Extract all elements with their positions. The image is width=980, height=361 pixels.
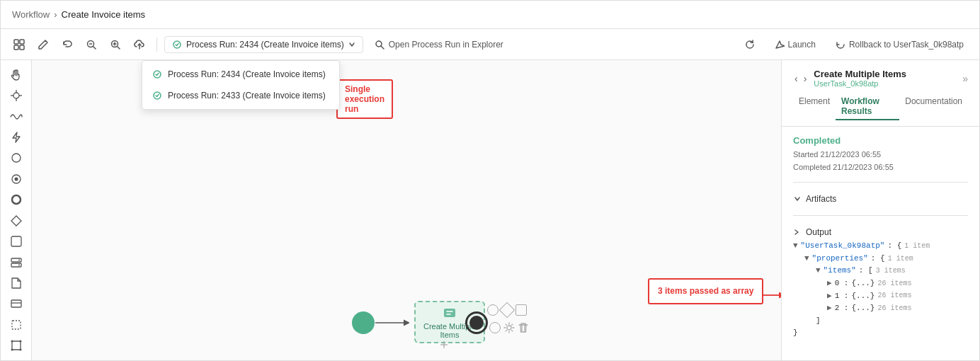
single-run-annotation-box: Single execution run	[336, 79, 393, 119]
svg-line-14	[381, 46, 384, 49]
output-line-2: ▼ "properties" : { 1 item	[793, 253, 968, 265]
sidebar-circle-dot-icon[interactable]	[5, 170, 28, 188]
tab-workflow-results[interactable]: Workflow Results	[836, 93, 899, 120]
process-run-item-icon	[152, 69, 162, 79]
sidebar-wave-icon[interactable]	[5, 108, 28, 125]
rp-subtitle: UserTask_0k98atp	[814, 79, 957, 88]
artifacts-section: Artifacts	[793, 191, 968, 207]
svg-rect-32	[12, 341, 21, 350]
task-settings-icon[interactable]	[503, 322, 515, 333]
process-run-selector[interactable]: Process Run: 2434 (Create Invoice items)	[164, 36, 363, 53]
svg-point-15	[13, 93, 19, 98]
right-panel-header: ‹ › Create Multiple Items UserTask_0k98a…	[782, 60, 979, 127]
process-run-label: Process Run: 2434 (Create Invoice items)	[186, 40, 344, 50]
refresh-button[interactable]	[738, 37, 762, 52]
search-icon	[375, 40, 384, 50]
sidebar-circle-bold-icon[interactable]	[5, 191, 28, 209]
canvas[interactable]: Process Run: 2434 (Create Invoice items)…	[32, 60, 781, 360]
zoom-in-button[interactable]	[106, 35, 125, 55]
completed-date: Completed 21/12/2023 06:55	[793, 163, 894, 171]
dropdown-item-2434[interactable]: Process Run: 2434 (Create Invoice items)	[142, 64, 339, 85]
dropdown-item-2433[interactable]: Process Run: 2433 (Create Invoice items)	[142, 85, 339, 106]
svg-rect-2	[14, 45, 18, 50]
svg-rect-31	[12, 321, 21, 329]
breadcrumb: Workflow › Create Invoice items	[12, 9, 145, 20]
svg-point-23	[12, 195, 21, 204]
task-action-icons	[487, 304, 527, 316]
output-line-8: }	[793, 327, 968, 340]
svg-point-41	[507, 326, 511, 330]
task-bottom-icons	[489, 322, 529, 333]
process-run-icon	[172, 40, 182, 50]
sidebar-server-icon[interactable]	[5, 253, 28, 271]
output-line-4: ▶ 0 : {...} 26 items	[793, 277, 968, 290]
rp-title: Create Multiple Items	[814, 69, 957, 79]
started-label: Started 21/12/2023 06:55	[793, 150, 881, 159]
rp-prev-button[interactable]: ‹	[793, 71, 799, 86]
svg-rect-24	[11, 236, 21, 246]
rp-next-button[interactable]: ›	[802, 71, 809, 86]
arrow-right-icon	[762, 291, 781, 299]
svg-point-28	[18, 264, 20, 265]
edit-button[interactable]	[33, 35, 53, 55]
sidebar-layers-icon[interactable]	[5, 295, 28, 313]
sidebar-cursor-icon[interactable]	[5, 336, 28, 354]
svg-point-22	[14, 177, 18, 180]
title-bar: Workflow › Create Invoice items	[1, 1, 979, 29]
sidebar-bolt-icon[interactable]	[5, 128, 28, 146]
artifacts-section-header[interactable]: Artifacts	[793, 191, 968, 207]
svg-line-6	[93, 46, 96, 49]
rp-navigation: ‹ › Create Multiple Items UserTask_0k98a…	[793, 69, 968, 88]
sidebar-diamond-icon[interactable]	[5, 212, 28, 229]
artifacts-chevron-icon	[793, 195, 802, 203]
rollback-icon	[836, 40, 845, 50]
open-explorer-button[interactable]: Open Process Run in Explorer	[368, 37, 511, 52]
left-sidebar	[1, 60, 32, 360]
sidebar-square-icon[interactable]	[5, 232, 28, 250]
dropdown-chevron-icon	[348, 41, 355, 48]
main-content: Process Run: 2434 (Create Invoice items)…	[1, 60, 979, 360]
start-node[interactable]	[352, 311, 375, 334]
svg-rect-0	[14, 40, 18, 44]
end-node[interactable]	[465, 311, 488, 334]
grid-button[interactable]	[9, 35, 29, 55]
tab-element[interactable]: Element	[793, 93, 836, 120]
sidebar-frame-icon[interactable]	[5, 316, 28, 333]
flow-arrow	[375, 319, 414, 327]
process-run-dropdown: Process Run: 2434 (Create Invoice items)…	[142, 60, 340, 110]
task-bottom-left-icon[interactable]	[439, 340, 449, 352]
items-array-text: 3 items passed as array	[658, 286, 753, 296]
task-square-icon[interactable]	[515, 304, 527, 316]
dropdown-item-2434-label: Process Run: 2434 (Create Invoice items)	[168, 69, 326, 79]
rp-status-started: Started 21/12/2023 06:55 Completed 21/12…	[793, 149, 968, 173]
sidebar-file-icon[interactable]	[5, 274, 28, 292]
rp-divider-1	[793, 182, 968, 183]
cloud-button[interactable]	[130, 35, 149, 55]
output-code: ▼ "UserTask_0k98atp" : { 1 item ▼ "prope…	[793, 240, 968, 340]
sidebar-circle-empty-icon[interactable]	[5, 149, 28, 167]
svg-point-33	[11, 340, 13, 343]
zoom-out-button[interactable]	[81, 35, 101, 55]
task-diamond-icon[interactable]	[499, 302, 515, 319]
task-delete-icon[interactable]	[518, 322, 529, 333]
output-line-1: ▼ "UserTask_0k98atp" : { 1 item	[793, 240, 968, 253]
sidebar-crosshair-icon[interactable]	[5, 86, 28, 104]
toolbar: Process Run: 2434 (Create Invoice items)…	[1, 29, 979, 60]
items-array-box: 3 items passed as array	[648, 278, 763, 304]
undo-button[interactable]	[57, 35, 77, 55]
process-run-item-icon-2	[152, 91, 162, 101]
output-section-header[interactable]: Output	[793, 224, 968, 240]
task-bottom-circle-icon[interactable]	[489, 322, 501, 333]
rp-tabs: Element Workflow Results Documentation	[793, 93, 968, 120]
svg-point-35	[11, 349, 13, 351]
breadcrumb-parent[interactable]: Workflow	[12, 9, 50, 20]
tab-documentation[interactable]: Documentation	[899, 93, 968, 120]
rollback-label: Rollback to UserTask_0k98atp	[849, 40, 964, 50]
launch-button[interactable]: Launch	[768, 37, 823, 52]
sidebar-hand-icon[interactable]	[5, 66, 28, 84]
rollback-button[interactable]: Rollback to UserTask_0k98atp	[828, 37, 971, 52]
breadcrumb-sep: ›	[54, 9, 57, 20]
rp-nav-arrows: ‹ ›	[793, 71, 808, 86]
rp-expand-button[interactable]: »	[962, 73, 968, 84]
task-circle-icon[interactable]	[487, 304, 498, 316]
